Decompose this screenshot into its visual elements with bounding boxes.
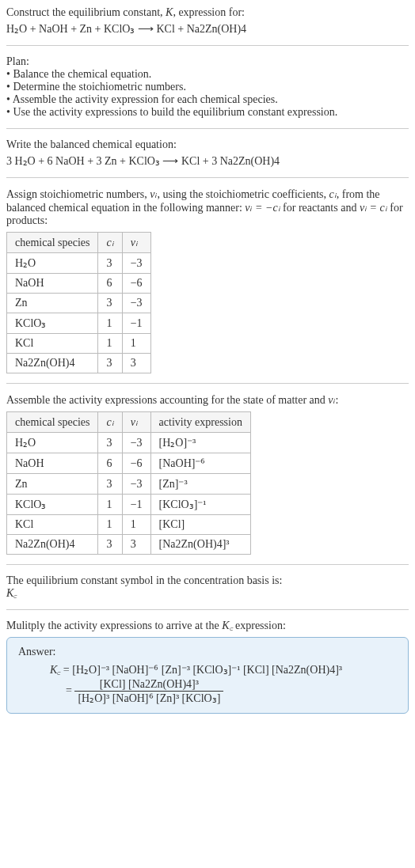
- table-row: Zn3−3: [7, 294, 151, 313]
- th-species: chemical species: [7, 412, 98, 433]
- table-row: KCl11[KCl]: [7, 515, 251, 535]
- cell-activity: [H₂O]⁻³: [150, 433, 250, 453]
- cell-activity: [NaOH]⁻⁶: [150, 453, 250, 474]
- divider: [6, 45, 409, 46]
- cell-species: H₂O: [7, 433, 98, 453]
- cell-nu: 3: [122, 535, 150, 555]
- divider: [6, 383, 409, 384]
- balanced-lhs: 3 H₂O + 6 NaOH + 3 Zn + KClO₃: [6, 155, 160, 167]
- answer-eq2: =: [66, 684, 74, 696]
- intro-text-a: Construct the equilibrium constant,: [6, 6, 166, 18]
- cell-ci: 1: [98, 313, 122, 334]
- th-activity: activity expression: [150, 412, 250, 433]
- th-nu: νᵢ: [122, 412, 150, 433]
- table-row: KClO₃1−1: [7, 313, 151, 334]
- table-header-row: chemical species cᵢ νᵢ activity expressi…: [7, 412, 251, 433]
- table-row: Na2Zn(OH)433[Na2Zn(OH)4]³: [7, 535, 251, 555]
- cell-activity: [KCl]: [150, 515, 250, 535]
- table-row: KCl11: [7, 334, 151, 354]
- cell-activity: [Na2Zn(OH)4]³: [150, 535, 250, 555]
- symbol-line1: The equilibrium constant symbol in the c…: [6, 574, 409, 587]
- symbol-block: The equilibrium constant symbol in the c…: [6, 574, 409, 600]
- assemble-block: Assemble the activity expressions accoun…: [6, 393, 409, 407]
- plan-title: Plan:: [6, 55, 409, 68]
- multiply-text-b: expression:: [233, 620, 286, 631]
- cell-ci: 6: [98, 274, 122, 294]
- cell-nu: −3: [122, 294, 150, 313]
- assemble-nu: νᵢ: [328, 394, 335, 406]
- plan-item-0: • Balance the chemical equation.: [6, 68, 409, 81]
- plan-item-1: • Determine the stoichiometric numbers.: [6, 81, 409, 93]
- cell-ci: 3: [98, 433, 122, 453]
- cell-nu: −3: [122, 433, 150, 453]
- intro-K: K: [166, 6, 173, 18]
- th-ci: cᵢ: [98, 233, 122, 253]
- answer-expr1: [H₂O]⁻³ [NaOH]⁻⁶ [Zn]⁻³ [KClO₃]⁻¹ [KCl] …: [72, 664, 342, 676]
- assign-text-a: Assign stoichiometric numbers,: [6, 188, 150, 200]
- intro-text-b: , expression for:: [173, 6, 245, 18]
- th-ci: cᵢ: [98, 412, 122, 433]
- answer-eq: =: [60, 664, 72, 676]
- table-row: H₂O3−3: [7, 253, 151, 274]
- eq-lhs: H₂O + NaOH + Zn + KClO₃: [6, 23, 135, 35]
- th-nu: νᵢ: [122, 233, 150, 253]
- cell-nu: −6: [122, 274, 150, 294]
- multiply-kc: K꜀: [222, 620, 232, 631]
- cell-nu: 1: [122, 334, 150, 354]
- cell-nu: −1: [122, 495, 150, 515]
- intro-block: Construct the equilibrium constant, K, e…: [6, 6, 409, 36]
- multiply-text-a: Mulitply the activity expressions to arr…: [6, 620, 222, 631]
- divider: [6, 564, 409, 565]
- unbalanced-equation: H₂O + NaOH + Zn + KClO₃ ⟶ KCl + Na2Zn(OH…: [6, 22, 409, 36]
- cell-nu: −6: [122, 453, 150, 474]
- table-row: NaOH6−6: [7, 274, 151, 294]
- eq-arrow: ⟶: [135, 23, 156, 35]
- table-row: Na2Zn(OH)433: [7, 354, 151, 373]
- answer-denominator: [H₂O]³ [NaOH]⁶ [Zn]³ [KClO₃]: [74, 692, 223, 705]
- th-species: chemical species: [7, 233, 98, 253]
- cell-species: KClO₃: [7, 495, 98, 515]
- answer-fraction: [KCl] [Na2Zn(OH)4]³ [H₂O]³ [NaOH]⁶ [Zn]³…: [74, 678, 223, 705]
- cell-ci: 3: [98, 474, 122, 495]
- cell-activity: [Zn]⁻³: [150, 474, 250, 495]
- cell-activity: [KClO₃]⁻¹: [150, 495, 250, 515]
- cell-ci: 1: [98, 334, 122, 354]
- cell-species: Na2Zn(OH)4: [7, 354, 98, 373]
- answer-line2: = [KCl] [Na2Zn(OH)4]³ [H₂O]³ [NaOH]⁶ [Zn…: [66, 678, 397, 705]
- symbol-kc: K꜀: [6, 587, 409, 600]
- cell-species: NaOH: [7, 274, 98, 294]
- cell-ci: 3: [98, 253, 122, 274]
- cell-ci: 3: [98, 294, 122, 313]
- cell-ci: 6: [98, 453, 122, 474]
- cell-nu: 1: [122, 515, 150, 535]
- cell-species: KClO₃: [7, 313, 98, 334]
- cell-ci: 1: [98, 495, 122, 515]
- divider: [6, 128, 409, 129]
- table-row: KClO₃1−1[KClO₃]⁻¹: [7, 495, 251, 515]
- table-row: H₂O3−3[H₂O]⁻³: [7, 433, 251, 453]
- assign-ci: cᵢ: [329, 188, 337, 200]
- divider: [6, 177, 409, 178]
- plan-block: Plan: • Balance the chemical equation. •…: [6, 55, 409, 119]
- plan-item-3: • Use the activity expressions to build …: [6, 106, 409, 119]
- cell-nu: −3: [122, 253, 150, 274]
- activity-table: chemical species cᵢ νᵢ activity expressi…: [6, 411, 251, 555]
- balanced-title: Write the balanced chemical equation:: [6, 138, 409, 151]
- cell-ci: 3: [98, 354, 122, 373]
- table-row: Zn3−3[Zn]⁻³: [7, 474, 251, 495]
- answer-line1: K꜀ = [H₂O]⁻³ [NaOH]⁻⁶ [Zn]⁻³ [KClO₃]⁻¹ […: [50, 663, 397, 677]
- plan-item-2: • Assemble the activity expression for e…: [6, 93, 409, 106]
- cell-species: H₂O: [7, 253, 98, 274]
- cell-species: Zn: [7, 294, 98, 313]
- answer-kc: K꜀: [50, 664, 60, 676]
- assign-rel2: νᵢ = cᵢ: [360, 202, 387, 214]
- eq-rhs: KCl + Na2Zn(OH)4: [156, 23, 246, 35]
- balanced-arrow: ⟶: [160, 155, 181, 167]
- balanced-block: Write the balanced chemical equation: 3 …: [6, 138, 409, 168]
- cell-species: KCl: [7, 334, 98, 354]
- cell-species: Na2Zn(OH)4: [7, 535, 98, 555]
- assign-block: Assign stoichiometric numbers, νᵢ, using…: [6, 188, 409, 227]
- assemble-text-a: Assemble the activity expressions accoun…: [6, 394, 328, 406]
- balanced-rhs: KCl + 3 Na2Zn(OH)4: [181, 155, 280, 167]
- divider: [6, 609, 409, 610]
